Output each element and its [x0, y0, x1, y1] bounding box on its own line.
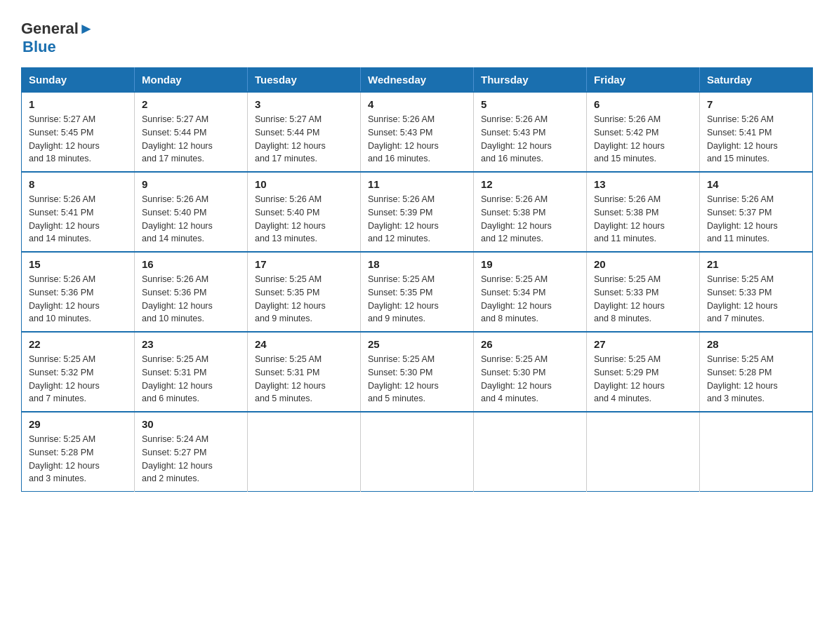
- day-number: 17: [255, 258, 353, 270]
- day-number: 7: [707, 98, 805, 110]
- day-number: 10: [255, 178, 353, 190]
- day-info: Sunrise: 5:25 AMSunset: 5:30 PMDaylight:…: [368, 354, 439, 403]
- day-number: 1: [29, 98, 127, 110]
- calendar-cell: 25 Sunrise: 5:25 AMSunset: 5:30 PMDaylig…: [361, 332, 474, 412]
- calendar-cell: 2 Sunrise: 5:27 AMSunset: 5:44 PMDayligh…: [135, 92, 248, 172]
- logo-blue-arrow: ►: [79, 20, 94, 37]
- day-info: Sunrise: 5:26 AMSunset: 5:36 PMDaylight:…: [142, 274, 213, 323]
- col-sunday: Sunday: [22, 68, 135, 93]
- calendar-cell: 22 Sunrise: 5:25 AMSunset: 5:32 PMDaylig…: [22, 332, 135, 412]
- day-number: 16: [142, 258, 240, 270]
- calendar-cell: [248, 412, 361, 492]
- day-info: Sunrise: 5:26 AMSunset: 5:38 PMDaylight:…: [594, 194, 665, 243]
- calendar-cell: 13 Sunrise: 5:26 AMSunset: 5:38 PMDaylig…: [587, 172, 700, 252]
- day-info: Sunrise: 5:26 AMSunset: 5:43 PMDaylight:…: [368, 114, 439, 163]
- calendar-week-row: 8 Sunrise: 5:26 AMSunset: 5:41 PMDayligh…: [22, 172, 813, 252]
- col-thursday: Thursday: [474, 68, 587, 93]
- calendar-cell: [587, 412, 700, 492]
- day-number: 29: [29, 418, 127, 430]
- day-number: 23: [142, 338, 240, 350]
- day-number: 18: [368, 258, 466, 270]
- day-number: 13: [594, 178, 692, 190]
- calendar-cell: 18 Sunrise: 5:25 AMSunset: 5:35 PMDaylig…: [361, 252, 474, 332]
- col-monday: Monday: [135, 68, 248, 93]
- day-number: 15: [29, 258, 127, 270]
- calendar-week-row: 1 Sunrise: 5:27 AMSunset: 5:45 PMDayligh…: [22, 92, 813, 172]
- calendar-week-row: 15 Sunrise: 5:26 AMSunset: 5:36 PMDaylig…: [22, 252, 813, 332]
- day-number: 8: [29, 178, 127, 190]
- day-number: 6: [594, 98, 692, 110]
- calendar-cell: 12 Sunrise: 5:26 AMSunset: 5:38 PMDaylig…: [474, 172, 587, 252]
- calendar-header-row: Sunday Monday Tuesday Wednesday Thursday…: [22, 68, 813, 93]
- calendar-cell: 29 Sunrise: 5:25 AMSunset: 5:28 PMDaylig…: [22, 412, 135, 492]
- day-info: Sunrise: 5:26 AMSunset: 5:42 PMDaylight:…: [594, 114, 665, 163]
- calendar-cell: 23 Sunrise: 5:25 AMSunset: 5:31 PMDaylig…: [135, 332, 248, 412]
- day-info: Sunrise: 5:26 AMSunset: 5:39 PMDaylight:…: [368, 194, 439, 243]
- logo: General► Blue: [21, 20, 94, 56]
- calendar-cell: 5 Sunrise: 5:26 AMSunset: 5:43 PMDayligh…: [474, 92, 587, 172]
- calendar-cell: 11 Sunrise: 5:26 AMSunset: 5:39 PMDaylig…: [361, 172, 474, 252]
- col-wednesday: Wednesday: [361, 68, 474, 93]
- day-number: 11: [368, 178, 466, 190]
- calendar-cell: 8 Sunrise: 5:26 AMSunset: 5:41 PMDayligh…: [22, 172, 135, 252]
- day-number: 4: [368, 98, 466, 110]
- calendar-cell: 19 Sunrise: 5:25 AMSunset: 5:34 PMDaylig…: [474, 252, 587, 332]
- day-info: Sunrise: 5:26 AMSunset: 5:41 PMDaylight:…: [707, 114, 778, 163]
- calendar-body: 1 Sunrise: 5:27 AMSunset: 5:45 PMDayligh…: [22, 92, 813, 492]
- logo-text: General►: [21, 20, 94, 38]
- calendar-cell: [700, 412, 813, 492]
- day-number: 19: [481, 258, 579, 270]
- day-number: 2: [142, 98, 240, 110]
- day-number: 5: [481, 98, 579, 110]
- calendar-cell: 3 Sunrise: 5:27 AMSunset: 5:44 PMDayligh…: [248, 92, 361, 172]
- day-number: 20: [594, 258, 692, 270]
- day-number: 30: [142, 418, 240, 430]
- calendar-cell: 7 Sunrise: 5:26 AMSunset: 5:41 PMDayligh…: [700, 92, 813, 172]
- calendar-cell: 16 Sunrise: 5:26 AMSunset: 5:36 PMDaylig…: [135, 252, 248, 332]
- calendar-cell: 26 Sunrise: 5:25 AMSunset: 5:30 PMDaylig…: [474, 332, 587, 412]
- day-info: Sunrise: 5:26 AMSunset: 5:37 PMDaylight:…: [707, 194, 778, 243]
- calendar-cell: 4 Sunrise: 5:26 AMSunset: 5:43 PMDayligh…: [361, 92, 474, 172]
- col-friday: Friday: [587, 68, 700, 93]
- day-info: Sunrise: 5:26 AMSunset: 5:43 PMDaylight:…: [481, 114, 552, 163]
- calendar-table: Sunday Monday Tuesday Wednesday Thursday…: [21, 67, 813, 492]
- calendar-cell: 30 Sunrise: 5:24 AMSunset: 5:27 PMDaylig…: [135, 412, 248, 492]
- day-number: 26: [481, 338, 579, 350]
- day-number: 3: [255, 98, 353, 110]
- day-number: 12: [481, 178, 579, 190]
- day-info: Sunrise: 5:26 AMSunset: 5:41 PMDaylight:…: [29, 194, 100, 243]
- day-info: Sunrise: 5:25 AMSunset: 5:31 PMDaylight:…: [255, 354, 326, 403]
- day-info: Sunrise: 5:25 AMSunset: 5:35 PMDaylight:…: [255, 274, 326, 323]
- calendar-cell: 9 Sunrise: 5:26 AMSunset: 5:40 PMDayligh…: [135, 172, 248, 252]
- day-info: Sunrise: 5:25 AMSunset: 5:28 PMDaylight:…: [707, 354, 778, 403]
- day-number: 22: [29, 338, 127, 350]
- calendar-cell: 24 Sunrise: 5:25 AMSunset: 5:31 PMDaylig…: [248, 332, 361, 412]
- day-info: Sunrise: 5:25 AMSunset: 5:28 PMDaylight:…: [29, 434, 100, 483]
- calendar-cell: 28 Sunrise: 5:25 AMSunset: 5:28 PMDaylig…: [700, 332, 813, 412]
- logo-blue-text: Blue: [22, 38, 56, 55]
- calendar-week-row: 22 Sunrise: 5:25 AMSunset: 5:32 PMDaylig…: [22, 332, 813, 412]
- day-number: 24: [255, 338, 353, 350]
- day-info: Sunrise: 5:24 AMSunset: 5:27 PMDaylight:…: [142, 434, 213, 483]
- day-number: 25: [368, 338, 466, 350]
- day-info: Sunrise: 5:25 AMSunset: 5:32 PMDaylight:…: [29, 354, 100, 403]
- calendar-cell: [361, 412, 474, 492]
- calendar-cell: 17 Sunrise: 5:25 AMSunset: 5:35 PMDaylig…: [248, 252, 361, 332]
- calendar-cell: 1 Sunrise: 5:27 AMSunset: 5:45 PMDayligh…: [22, 92, 135, 172]
- calendar-cell: 10 Sunrise: 5:26 AMSunset: 5:40 PMDaylig…: [248, 172, 361, 252]
- col-saturday: Saturday: [700, 68, 813, 93]
- calendar-cell: 14 Sunrise: 5:26 AMSunset: 5:37 PMDaylig…: [700, 172, 813, 252]
- day-info: Sunrise: 5:26 AMSunset: 5:40 PMDaylight:…: [255, 194, 326, 243]
- page-header: General► Blue: [21, 14, 813, 56]
- day-info: Sunrise: 5:25 AMSunset: 5:33 PMDaylight:…: [594, 274, 665, 323]
- day-number: 9: [142, 178, 240, 190]
- calendar-cell: 15 Sunrise: 5:26 AMSunset: 5:36 PMDaylig…: [22, 252, 135, 332]
- day-number: 21: [707, 258, 805, 270]
- day-info: Sunrise: 5:25 AMSunset: 5:34 PMDaylight:…: [481, 274, 552, 323]
- day-info: Sunrise: 5:25 AMSunset: 5:29 PMDaylight:…: [594, 354, 665, 403]
- day-info: Sunrise: 5:26 AMSunset: 5:40 PMDaylight:…: [142, 194, 213, 243]
- calendar-cell: 20 Sunrise: 5:25 AMSunset: 5:33 PMDaylig…: [587, 252, 700, 332]
- calendar-cell: 27 Sunrise: 5:25 AMSunset: 5:29 PMDaylig…: [587, 332, 700, 412]
- day-number: 28: [707, 338, 805, 350]
- calendar-cell: [474, 412, 587, 492]
